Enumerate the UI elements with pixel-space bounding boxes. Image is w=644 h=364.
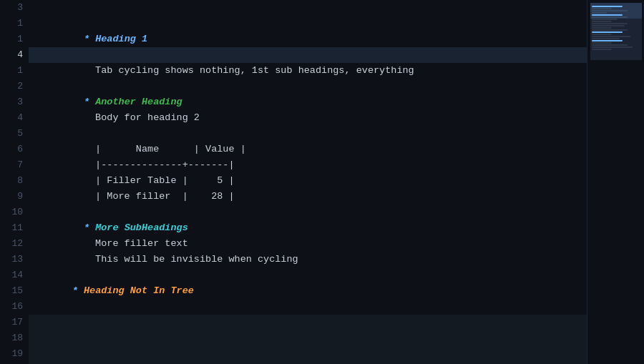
ln-3: 3	[6, 0, 23, 16]
code-line-table-header: | Name | Value |	[29, 126, 587, 142]
code-line-blank2	[29, 110, 587, 126]
ln-5: 5	[6, 126, 23, 142]
ln-18: 18	[6, 330, 23, 346]
line-numbers: 3 1 1 4 1 2 3 4 5 6 7 8 9 10 11 12 13 14…	[0, 0, 29, 364]
minimap-preview	[590, 3, 642, 60]
minimap-highlight	[590, 3, 642, 19]
code-line-blocks: Blocks:	[29, 299, 587, 315]
code-line-blank3	[29, 189, 587, 205]
code-line-body2: Body for heading 2	[29, 94, 587, 110]
code-line-heading1: * Heading 1	[29, 16, 587, 31]
ln-8: 8	[6, 173, 23, 189]
code-line-comment: # Do something	[29, 346, 587, 362]
code-line-blank1	[29, 63, 587, 79]
ln-17: 17	[6, 315, 23, 330]
code-line-def: def a_function():	[29, 330, 587, 346]
code-line-heading3: * More SubHeadings	[29, 205, 587, 220]
ln-10: 10	[6, 205, 23, 220]
code-line-filler: More filler text	[29, 220, 587, 236]
code-line-tab-cycling: Tab cycling shows nothing, 1st sub headi…	[29, 47, 587, 63]
code-line-table-row2: | More filler | 28 |	[29, 173, 587, 189]
code-line-heading2: * Another Heading	[29, 79, 587, 94]
ln-7: 7	[6, 157, 23, 173]
ln-1b: 1	[6, 31, 23, 47]
ln-15: 15	[6, 283, 23, 299]
ln-6: 6	[6, 142, 23, 157]
ln-12: 12	[6, 236, 23, 252]
ln-1a: 1	[6, 16, 23, 31]
ln-9: 9	[6, 189, 23, 205]
code-line-table-sep: |--------------+-------|	[29, 142, 587, 157]
ln-13: 13	[6, 252, 23, 267]
ln-11: 11	[6, 220, 23, 236]
ln-4b: 4	[6, 110, 23, 126]
code-line-begin-src: #+BEGIN_SRC python	[29, 315, 587, 330]
ln-14: 14	[6, 267, 23, 283]
ln-4: 4	[6, 47, 23, 63]
code-line-3	[29, 0, 587, 16]
ln-1c: 1	[6, 63, 23, 79]
code-line-body1: Body for heading 1	[29, 31, 587, 47]
code-area[interactable]: * Heading 1 Body for heading 1 Tab cycli…	[29, 0, 587, 364]
code-line-blank4	[29, 252, 587, 267]
code-line-blank5	[29, 283, 587, 299]
code-line-heading4: * Heading Not In Tree	[29, 267, 587, 283]
code-line-table-row1: | Filler Table | 5 |	[29, 157, 587, 173]
editor: 3 1 1 4 1 2 3 4 5 6 7 8 9 10 11 12 13 14…	[0, 0, 644, 364]
ln-3b: 3	[6, 94, 23, 110]
minimap	[587, 0, 644, 364]
ln-2: 2	[6, 79, 23, 94]
ln-16: 16	[6, 299, 23, 315]
code-line-invisible: This will be invisible when cycling	[29, 236, 587, 252]
ln-19: 19	[6, 346, 23, 362]
